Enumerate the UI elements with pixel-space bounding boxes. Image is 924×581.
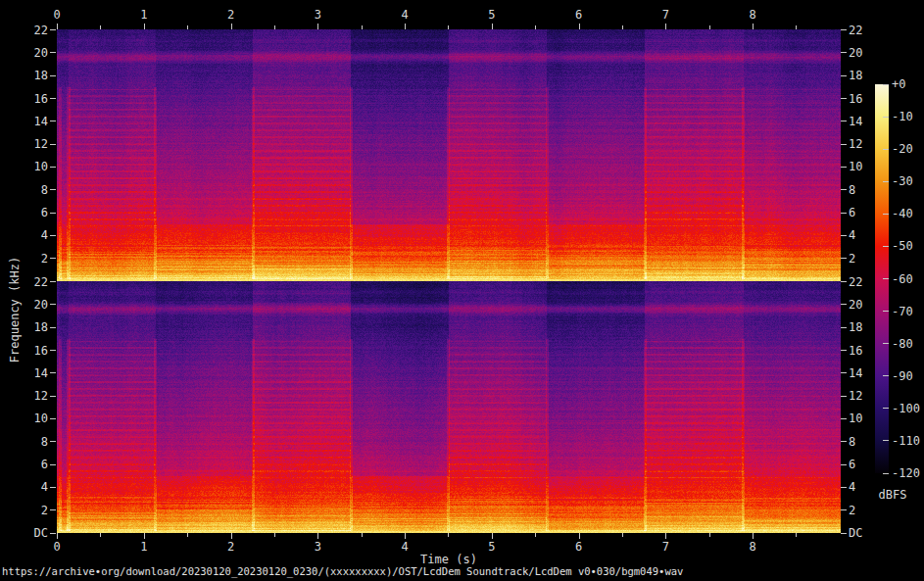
time-tick-top <box>492 24 493 29</box>
time-tick-label-bottom: 2 <box>220 540 242 554</box>
freq-tick-label-right: 12 <box>849 389 879 403</box>
time-tick-top <box>753 24 754 29</box>
colorbar-tick <box>883 343 889 344</box>
freq-tick-label-left: 18 <box>18 69 48 82</box>
time-tick-label-bottom: 3 <box>307 540 328 554</box>
freq-tick-label-left: 20 <box>18 46 48 60</box>
colorbar-tick-label: -80 <box>892 337 924 351</box>
freq-tick-right <box>841 350 847 351</box>
time-tick-bottom <box>665 533 666 539</box>
freq-tick-label-left: 6 <box>18 206 48 219</box>
colorbar-tick <box>883 408 889 409</box>
colorbar-tick <box>883 246 889 247</box>
freq-tick-label-right: 16 <box>849 92 879 106</box>
freq-tick-right <box>841 372 847 373</box>
freq-tick-left <box>50 304 56 305</box>
time-tick-label-bottom: 5 <box>481 540 503 554</box>
colorbar-unit-label: dBFS <box>875 488 910 502</box>
time-tick-top <box>405 24 406 29</box>
freq-tick-right <box>841 98 847 99</box>
time-minor-tick-top <box>709 25 710 29</box>
time-tick-bottom <box>579 533 580 539</box>
time-minor-tick-bottom <box>274 533 275 537</box>
freq-tick-left <box>50 52 56 53</box>
freq-tick-right <box>841 304 847 305</box>
colorbar-tick-label: -110 <box>892 434 924 448</box>
time-minor-tick-top <box>535 25 536 29</box>
time-tick-top <box>57 24 58 29</box>
freq-tick-label-left: 22 <box>18 275 48 289</box>
colorbar-tick-label: +0 <box>892 77 924 91</box>
freq-tick-left <box>50 372 56 373</box>
time-tick-label-bottom: 0 <box>46 540 68 554</box>
time-tick-bottom <box>317 533 318 539</box>
freq-tick-label-left: 6 <box>18 458 48 471</box>
time-tick-label-top: 6 <box>568 8 590 22</box>
freq-tick-label-left: 20 <box>18 298 48 312</box>
freq-tick-left <box>50 487 56 488</box>
freq-tick-right <box>841 327 847 328</box>
freq-tick-label-left: 14 <box>18 366 48 380</box>
freq-tick-label-right: 2 <box>849 252 879 266</box>
colorbar-tick-label: -60 <box>892 272 924 286</box>
time-tick-bottom <box>231 533 232 539</box>
time-tick-bottom <box>144 533 145 539</box>
freq-tick-left <box>50 75 56 76</box>
time-tick-label-top: 3 <box>307 8 328 22</box>
freq-tick-left <box>50 29 56 30</box>
spectrogram-figure: Frequency (kHz) Time (s) dBFS https://ar… <box>0 0 924 581</box>
freq-tick-label-left: 4 <box>18 480 48 494</box>
freq-tick-label-left: 12 <box>18 389 48 403</box>
freq-tick-label-right: 14 <box>849 115 879 128</box>
time-minor-tick-bottom <box>622 533 623 537</box>
freq-tick-right <box>841 167 847 168</box>
time-tick-label-top: 0 <box>46 8 68 22</box>
colorbar-tick <box>883 440 889 441</box>
freq-tick-right <box>841 509 847 510</box>
time-minor-tick-bottom <box>100 533 101 537</box>
freq-tick-right-dc <box>841 533 847 534</box>
freq-tick-right <box>841 258 847 259</box>
colorbar-tick-label: -10 <box>892 110 924 123</box>
time-minor-tick-bottom <box>362 533 363 537</box>
freq-tick-label-right: 10 <box>849 160 879 173</box>
time-tick-bottom <box>405 533 406 539</box>
time-tick-bottom <box>753 533 754 539</box>
freq-tick-right <box>841 213 847 214</box>
colorbar-tick-label: -40 <box>892 207 924 220</box>
freq-tick-label-right: 4 <box>849 228 879 242</box>
freq-tick-right <box>841 396 847 397</box>
source-url: https://archive•org/download/20230120_20… <box>2 565 683 577</box>
freq-tick-label-left: 8 <box>18 435 48 449</box>
freq-tick-right <box>841 235 847 236</box>
freq-tick-left <box>50 258 56 259</box>
freq-tick-left <box>50 350 56 351</box>
freq-tick-left <box>50 441 56 442</box>
time-tick-label-bottom: 6 <box>568 540 590 554</box>
freq-tick-left <box>50 213 56 214</box>
time-tick-label-top: 7 <box>655 8 676 22</box>
time-tick-label-bottom: 7 <box>655 540 676 554</box>
freq-tick-label-right: 20 <box>849 46 879 60</box>
colorbar-tick-label: -30 <box>892 174 924 188</box>
freq-tick-left <box>50 121 56 121</box>
freq-tick-label-left: 16 <box>18 92 48 106</box>
freq-tick-label-right: 14 <box>849 366 879 380</box>
freq-tick-label-right: 12 <box>849 137 879 151</box>
colorbar-tick <box>883 181 889 182</box>
time-tick-bottom <box>492 533 493 539</box>
colorbar-tick <box>883 311 889 312</box>
time-tick-top <box>144 24 145 29</box>
freq-tick-left <box>50 418 56 419</box>
time-minor-tick-bottom <box>535 533 536 537</box>
freq-tick-left <box>50 235 56 236</box>
freq-tick-right <box>841 52 847 53</box>
time-minor-tick-top <box>622 25 623 29</box>
freq-tick-label-right: 18 <box>849 69 879 82</box>
colorbar-tick-label: -120 <box>892 466 924 480</box>
time-minor-tick-top <box>362 25 363 29</box>
freq-tick-left <box>50 144 56 145</box>
time-minor-tick-top <box>187 25 188 29</box>
freq-tick-label-right-dc: DC <box>849 526 879 540</box>
freq-tick-left <box>50 396 56 397</box>
